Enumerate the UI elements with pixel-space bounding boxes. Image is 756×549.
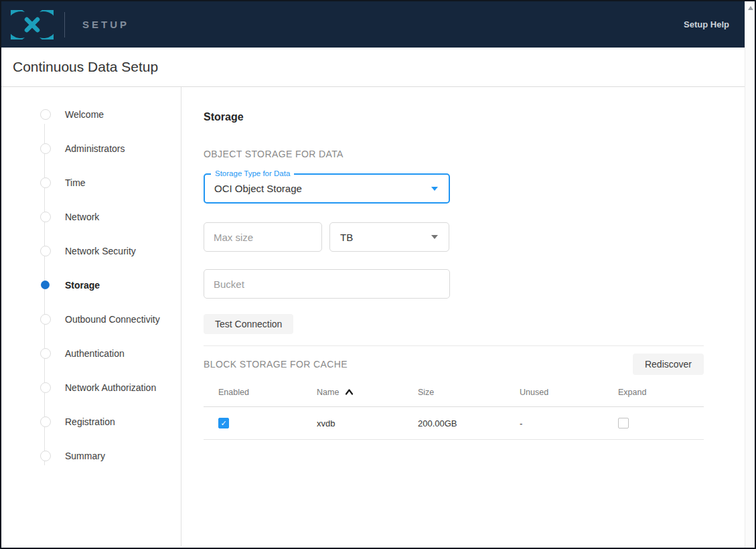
section-divider (204, 345, 704, 346)
step-label: Welcome (65, 109, 104, 120)
step-time[interactable]: Time (1, 165, 181, 200)
wizard-sidebar: Welcome Administrators Time Network Netw… (1, 87, 181, 546)
main-content: Storage OBJECT STORAGE FOR DATA Storage … (181, 87, 755, 546)
bucket-input[interactable] (204, 269, 450, 299)
wizard-stepper: Welcome Administrators Time Network Netw… (1, 97, 181, 473)
step-circle-icon (40, 279, 51, 291)
step-label: Authentication (65, 348, 125, 359)
storage-type-label: Storage Type for Data (211, 169, 294, 177)
column-header-size: Size (418, 388, 520, 397)
step-circle-icon (40, 450, 51, 461)
disk-name-cell: xvdb (317, 418, 418, 428)
app-header: SETUP Setup Help (1, 1, 755, 48)
sort-ascending-icon (345, 388, 354, 396)
step-label: Storage (65, 280, 100, 291)
step-label: Network Authorization (65, 382, 156, 393)
test-connection-button[interactable]: Test Connection (204, 314, 293, 334)
step-network-authorization[interactable]: Network Authorization (1, 370, 181, 404)
step-network[interactable]: Network (1, 200, 181, 234)
rediscover-button[interactable]: Rediscover (633, 354, 704, 375)
chevron-down-icon (431, 235, 438, 239)
step-circle-icon (40, 347, 51, 359)
storage-heading: Storage (204, 111, 704, 123)
step-circle-icon (40, 245, 51, 256)
step-summary[interactable]: Summary (1, 439, 181, 473)
setup-window: SETUP Setup Help Continuous Data Setup W… (0, 0, 756, 549)
step-label: Outbound Connectivity (65, 314, 160, 325)
step-circle-icon (40, 382, 51, 393)
step-storage[interactable]: Storage (1, 268, 181, 302)
expand-checkbox[interactable] (618, 418, 629, 428)
vertical-scrollbar[interactable] (745, 1, 755, 548)
step-label: Network (65, 212, 99, 222)
step-authentication[interactable]: Authentication (1, 336, 181, 370)
step-circle-icon (40, 313, 51, 325)
chevron-down-icon (431, 187, 438, 191)
step-label: Summary (65, 451, 105, 461)
step-circle-icon (40, 211, 51, 222)
column-header-name[interactable]: Name (317, 388, 418, 397)
step-circle-icon (40, 143, 51, 154)
max-size-input[interactable] (204, 222, 322, 252)
table-header-row: Enabled Name Size Unused Expand (204, 378, 704, 407)
step-label: Time (65, 177, 86, 188)
step-network-security[interactable]: Network Security (1, 234, 181, 268)
disk-unused-cell: - (520, 418, 618, 428)
storage-type-value: OCI Object Storage (214, 183, 431, 194)
scroll-up-arrow-icon[interactable] (745, 3, 755, 13)
column-header-unused: Unused (520, 388, 618, 397)
page-title-bar: Continuous Data Setup (1, 48, 755, 87)
size-unit-select[interactable]: TB (329, 222, 449, 252)
step-circle-icon (40, 177, 51, 188)
table-row: xvdb 200.00GB - (204, 407, 704, 440)
delphix-logo-icon (11, 10, 54, 40)
enabled-checkbox[interactable] (218, 418, 229, 428)
step-circle-icon (40, 108, 51, 120)
size-unit-value: TB (340, 232, 431, 243)
column-header-enabled: Enabled (218, 388, 317, 397)
step-label: Network Security (65, 246, 136, 256)
column-header-expand: Expand (618, 388, 704, 397)
step-label: Registration (65, 416, 115, 427)
disk-size-cell: 200.00GB (418, 418, 520, 428)
product-name: SETUP (82, 19, 129, 30)
block-storage-table: Enabled Name Size Unused Expand (204, 378, 704, 440)
step-circle-icon (40, 416, 51, 427)
header-divider (64, 12, 65, 37)
setup-help-link[interactable]: Setup Help (684, 19, 729, 29)
storage-type-select[interactable]: Storage Type for Data OCI Object Storage (204, 173, 450, 204)
block-storage-section-label: BLOCK STORAGE FOR CACHE (204, 359, 348, 370)
step-administrators[interactable]: Administrators (1, 131, 181, 165)
step-registration[interactable]: Registration (1, 404, 181, 439)
page-title: Continuous Data Setup (13, 59, 158, 75)
step-welcome[interactable]: Welcome (1, 97, 181, 131)
object-storage-section-label: OBJECT STORAGE FOR DATA (204, 149, 704, 159)
step-outbound-connectivity[interactable]: Outbound Connectivity (1, 302, 181, 336)
step-label: Administrators (65, 143, 125, 154)
